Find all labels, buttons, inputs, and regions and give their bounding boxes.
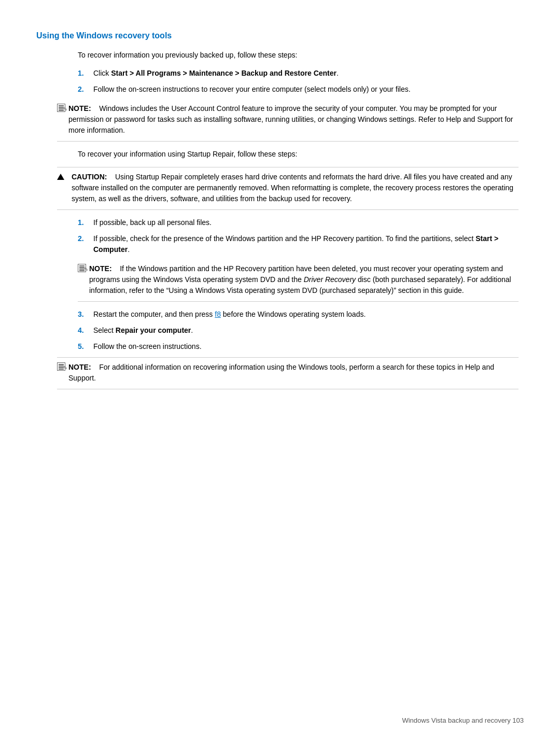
step-number-2: 2.	[78, 84, 93, 95]
step-3-3: 5. Follow the on-screen instructions.	[78, 341, 524, 352]
step-1-bold: Start > All Programs > Maintenance > Bac…	[111, 69, 337, 77]
step-content-3-1: Restart the computer, and then press f8 …	[93, 309, 524, 320]
step-number-3-2: 4.	[78, 325, 93, 336]
step-2-1: 1. If possible, back up all personal fil…	[78, 217, 524, 228]
note-box-final: NOTE: For additional information on reco…	[57, 357, 519, 389]
note-box-2: NOTE: If the Windows partition and the H…	[78, 260, 519, 302]
intro-text-2: To recover your information using Startu…	[78, 149, 524, 160]
step-content-2-2: If possible, check for the presence of t…	[93, 233, 524, 255]
step-content-2: Follow the on-screen instructions to rec…	[93, 84, 524, 95]
triangle-caution-icon	[57, 172, 67, 204]
note-content-final: NOTE: For additional information on reco…	[68, 362, 519, 384]
note-label-final: NOTE:	[68, 363, 91, 371]
step-number-1: 1.	[78, 68, 93, 79]
step-number-3-1: 3.	[78, 309, 93, 320]
step-1-1: 1. Click Start > All Programs > Maintena…	[78, 68, 524, 79]
note-text-2-italic: Driver Recovery	[304, 275, 356, 284]
step-3-1: 3. Restart the computer, and then press …	[78, 309, 524, 320]
step-number-3-3: 5.	[78, 341, 93, 352]
steps-group-1: 1. Click Start > All Programs > Maintena…	[78, 68, 524, 95]
f8-link: f8	[215, 310, 221, 318]
caution-label: CAUTION:	[72, 173, 107, 181]
note-text-final: For additional information on recovering…	[68, 363, 494, 382]
steps-group-3: 3. Restart the computer, and then press …	[78, 309, 524, 352]
step-number-2-1: 1.	[78, 217, 93, 228]
step-content-1: Click Start > All Programs > Maintenance…	[93, 68, 524, 79]
caution-content: CAUTION: Using Startup Repair completely…	[72, 172, 519, 204]
caution-box: CAUTION: Using Startup Repair completely…	[57, 167, 519, 210]
step-1-2: 2. Follow the on-screen instructions to …	[78, 84, 524, 95]
step-2-2: 2. If possible, check for the presence o…	[78, 233, 524, 255]
note-icon-final	[57, 362, 65, 371]
step-content-2-1: If possible, back up all personal files.	[93, 217, 524, 228]
note-text-1: Windows includes the User Account Contro…	[68, 104, 513, 134]
intro-text-1: To recover information you previously ba…	[78, 50, 524, 61]
note-label-2: NOTE:	[89, 264, 112, 273]
note-box-1: NOTE: Windows includes the User Account …	[57, 100, 519, 142]
step-content-3-2: Select Repair your computer.	[93, 325, 524, 336]
section-title: Using the Windows recovery tools	[36, 31, 524, 40]
step-content-3-3: Follow the on-screen instructions.	[93, 341, 524, 352]
step-3-2: 4. Select Repair your computer.	[78, 325, 524, 336]
steps-group-2: 1. If possible, back up all personal fil…	[78, 217, 524, 255]
step-number-2-2: 2.	[78, 233, 93, 255]
note-content-1: NOTE: Windows includes the User Account …	[68, 103, 519, 136]
step-3-2-bold: Repair your computer	[116, 326, 191, 334]
note-icon-1	[57, 104, 65, 112]
note-icon-2	[78, 264, 86, 272]
page-footer: Windows Vista backup and recovery 103	[402, 716, 524, 724]
caution-text: Using Startup Repair completely erases h…	[72, 173, 513, 203]
step-2-2-bold: Start > Computer	[93, 234, 498, 254]
note-label-1: NOTE:	[68, 104, 91, 113]
note-content-2: NOTE: If the Windows partition and the H…	[89, 263, 519, 296]
